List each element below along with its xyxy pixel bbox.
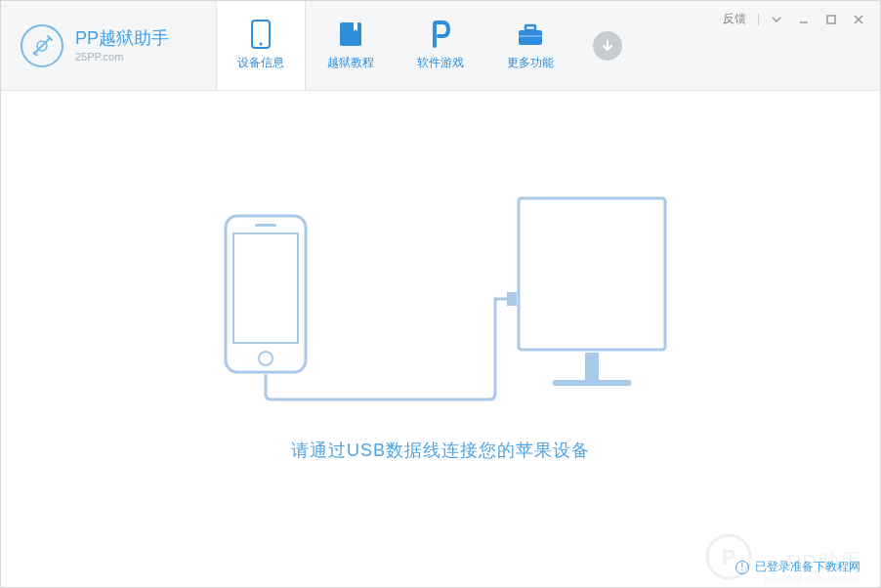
svg-rect-15 <box>519 198 665 350</box>
brand: PP越狱助手 25PP.com <box>1 1 216 90</box>
dropdown-button[interactable] <box>765 11 788 28</box>
svg-rect-3 <box>340 22 361 46</box>
maximize-icon <box>825 14 837 25</box>
minimize-icon <box>798 14 810 25</box>
tab-label: 设备信息 <box>237 55 284 71</box>
footer-status: ! 已登录准备下教程网 <box>735 559 860 575</box>
tab-device-info[interactable]: 设备信息 <box>216 1 306 90</box>
connection-prompt: 请通过USB数据线连接您的苹果设备 <box>291 439 590 462</box>
tab-label: 软件游戏 <box>417 55 464 71</box>
close-button[interactable] <box>847 11 870 28</box>
svg-text:P: P <box>722 545 736 569</box>
book-icon <box>336 20 365 49</box>
svg-point-2 <box>260 43 263 46</box>
close-icon <box>853 14 864 25</box>
svg-rect-5 <box>519 30 542 45</box>
tab-label: 越狱教程 <box>327 55 374 71</box>
svg-rect-17 <box>553 380 631 386</box>
tab-jailbreak-tutorial[interactable]: 越狱教程 <box>306 1 396 90</box>
svg-rect-16 <box>585 353 599 382</box>
content-area: 请通过USB数据线连接您的苹果设备 ! 已登录准备下教程网 P PP助手 jia… <box>1 91 880 587</box>
svg-rect-10 <box>226 216 306 372</box>
svg-rect-13 <box>255 224 276 227</box>
download-arrow-icon <box>601 39 614 53</box>
svg-rect-11 <box>233 233 298 343</box>
svg-point-12 <box>259 352 273 365</box>
feedback-link[interactable]: 反馈 <box>717 9 752 29</box>
footer-text: 已登录准备下教程网 <box>755 559 860 575</box>
maximize-button[interactable] <box>819 11 843 28</box>
download-button[interactable] <box>593 31 622 61</box>
svg-rect-14 <box>507 292 517 306</box>
separator <box>758 14 759 25</box>
svg-rect-9 <box>827 16 835 23</box>
svg-rect-6 <box>525 25 535 30</box>
chevron-down-icon <box>772 17 781 22</box>
connect-device-illustration <box>206 187 675 411</box>
info-icon: ! <box>735 561 749 574</box>
brand-text: PP越狱助手 25PP.com <box>75 27 169 64</box>
brand-logo-icon <box>21 24 63 67</box>
device-icon <box>246 20 275 49</box>
app-window: PP越狱助手 25PP.com 设备信息 <box>0 0 881 588</box>
toolbox-icon <box>516 20 545 49</box>
svg-rect-7 <box>519 35 542 37</box>
tab-label: 更多功能 <box>507 55 554 71</box>
p-icon <box>426 20 455 49</box>
minimize-button[interactable] <box>792 11 816 28</box>
titlebar: PP越狱助手 25PP.com 设备信息 <box>1 1 880 91</box>
app-title: PP越狱助手 <box>75 27 169 50</box>
tab-software-games[interactable]: 软件游戏 <box>396 1 485 90</box>
tab-more-features[interactable]: 更多功能 <box>485 1 575 90</box>
tabs: 设备信息 越狱教程 软件游戏 <box>216 1 575 90</box>
window-controls: 反馈 <box>717 9 870 29</box>
app-subtitle: 25PP.com <box>75 50 169 63</box>
